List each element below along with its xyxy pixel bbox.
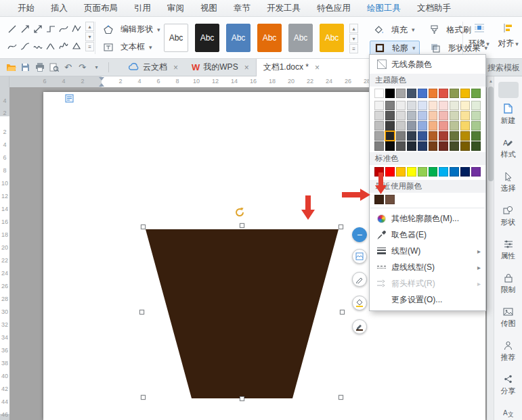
color-swatch[interactable] <box>385 89 395 98</box>
color-swatch[interactable] <box>396 131 406 141</box>
color-swatch[interactable] <box>385 131 395 141</box>
shape-style-preset[interactable]: Abc <box>164 24 188 52</box>
color-swatch[interactable] <box>374 101 384 110</box>
color-swatch[interactable] <box>407 121 416 131</box>
color-swatch[interactable] <box>439 131 448 141</box>
color-swatch[interactable] <box>385 141 395 151</box>
undo-button[interactable]: ↶ <box>61 60 75 75</box>
document-tab[interactable]: 云文档× <box>122 59 185 76</box>
color-swatch[interactable] <box>385 167 395 177</box>
color-swatch[interactable] <box>396 141 406 151</box>
color-swatch[interactable] <box>429 167 438 177</box>
color-swatch[interactable] <box>460 89 470 98</box>
color-swatch[interactable] <box>396 167 406 177</box>
selection-handle[interactable] <box>339 395 343 400</box>
color-swatch[interactable] <box>460 141 470 151</box>
rotation-handle[interactable] <box>234 207 245 220</box>
color-swatch[interactable] <box>471 111 481 120</box>
gallery-down-icon[interactable]: ▾ <box>85 32 94 41</box>
outline-color-button[interactable] <box>352 319 367 334</box>
color-swatch[interactable] <box>439 111 448 120</box>
arrow-line-tool-icon[interactable] <box>18 20 31 38</box>
wave-tool-icon[interactable] <box>31 38 44 55</box>
color-swatch[interactable] <box>374 111 384 120</box>
curve-tool-icon[interactable] <box>57 20 70 38</box>
menu-item-eyedropper[interactable]: 取色器(E) <box>370 227 485 243</box>
menu-tab[interactable]: 绘图工具 <box>359 0 409 16</box>
toolbar-more-button[interactable]: ▾ <box>89 60 104 75</box>
menu-tab[interactable]: 开始 <box>9 0 43 16</box>
color-swatch[interactable] <box>460 131 470 141</box>
color-swatch[interactable] <box>396 111 406 120</box>
color-swatch[interactable] <box>429 111 438 120</box>
color-swatch[interactable] <box>418 111 427 120</box>
save-button[interactable] <box>18 60 32 75</box>
redo-button[interactable]: ↷ <box>75 60 89 75</box>
menu-tab[interactable]: 审阅 <box>159 0 192 16</box>
sidebar-item-recommend[interactable]: 推荐 <box>501 340 516 363</box>
sidebar-item-select-cursor[interactable]: 选择 <box>501 171 516 193</box>
gallery-up-icon[interactable]: ▴ <box>349 24 358 33</box>
text-box-button[interactable]: 文本框 ▾ <box>99 39 164 55</box>
double-arrow-tool-icon[interactable] <box>31 20 44 38</box>
color-swatch[interactable] <box>407 89 416 98</box>
shape-style-preset[interactable]: Abc <box>288 24 313 52</box>
color-swatch[interactable] <box>385 121 395 131</box>
color-swatch[interactable] <box>439 89 448 98</box>
color-swatch[interactable] <box>407 101 416 110</box>
color-swatch[interactable] <box>460 167 470 177</box>
gallery-more-icon[interactable]: ≡ <box>349 44 358 53</box>
selection-handle[interactable] <box>141 225 146 229</box>
sidebar-item-new-doc[interactable]: 新建 <box>501 103 516 126</box>
color-swatch[interactable] <box>450 141 459 151</box>
color-swatch[interactable] <box>418 89 427 98</box>
menu-tab[interactable]: 章节 <box>225 0 259 16</box>
tab-close-icon[interactable]: × <box>173 63 178 72</box>
color-swatch[interactable] <box>407 141 416 151</box>
recent-color-swatch[interactable] <box>385 195 395 204</box>
color-swatch[interactable] <box>374 131 384 141</box>
color-swatch[interactable] <box>374 89 384 98</box>
tab-close-icon[interactable]: × <box>244 63 249 72</box>
color-swatch[interactable] <box>418 101 427 110</box>
print-button[interactable] <box>32 60 47 75</box>
color-swatch[interactable] <box>439 121 448 131</box>
selection-handle[interactable] <box>340 310 345 314</box>
recent-color-swatch[interactable] <box>374 195 384 204</box>
menu-tab[interactable]: 插入 <box>43 0 76 16</box>
color-swatch[interactable] <box>396 101 406 110</box>
s-curve-tool-icon[interactable] <box>18 38 31 55</box>
color-swatch[interactable] <box>418 167 427 177</box>
color-swatch[interactable] <box>429 141 438 151</box>
selection-handle[interactable] <box>240 396 244 401</box>
color-swatch[interactable] <box>429 131 438 141</box>
color-swatch[interactable] <box>460 101 470 110</box>
selection-handle[interactable] <box>141 395 146 400</box>
sidebar-item-style-pen[interactable]: A样式 <box>501 137 516 160</box>
gallery-up-icon[interactable]: ▴ <box>85 22 94 31</box>
color-swatch[interactable] <box>407 131 416 141</box>
shape-style-preset[interactable]: Abc <box>195 24 219 52</box>
color-swatch[interactable] <box>450 121 459 131</box>
color-swatch[interactable] <box>450 89 459 98</box>
color-swatch[interactable] <box>450 101 459 110</box>
sidebar-collapse-handle[interactable] <box>498 82 519 98</box>
color-swatch[interactable] <box>450 111 459 120</box>
color-swatch[interactable] <box>429 89 438 98</box>
document-tab[interactable]: W我的WPS× <box>185 59 256 76</box>
sidebar-item-share[interactable]: 分享 <box>501 374 516 396</box>
sidebar-item-translate[interactable]: A文翻译 <box>501 408 516 420</box>
edit-shape-button[interactable]: 编辑形状 ▾ <box>99 22 164 37</box>
scrollbar-thumb[interactable] <box>488 87 494 181</box>
hanging-indent-icon[interactable] <box>99 83 104 87</box>
loop-tool-icon[interactable] <box>44 38 57 55</box>
color-swatch[interactable] <box>460 121 470 131</box>
color-swatch[interactable] <box>396 121 406 131</box>
curve2-tool-icon[interactable] <box>5 38 18 55</box>
wrap-button[interactable]: 环绕▾ <box>466 21 492 49</box>
color-swatch[interactable] <box>471 101 481 110</box>
color-swatch[interactable] <box>374 167 384 177</box>
align-button[interactable]: 对齐▾ <box>495 21 521 49</box>
elbow-tool-icon[interactable] <box>44 20 57 38</box>
selection-handle[interactable] <box>139 310 144 314</box>
